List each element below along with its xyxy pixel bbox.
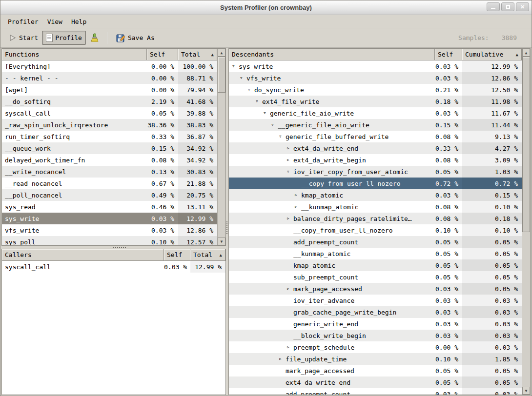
expander-open-icon[interactable]: ▿	[247, 86, 254, 93]
expander-closed-icon[interactable]: ▹	[294, 192, 301, 198]
callers-self-column-header[interactable]: Self	[164, 249, 190, 261]
tree-row[interactable]: ▹file_update_time0.10 %1.85 %	[229, 353, 522, 365]
table-row[interactable]: __write_nocancel0.13 %30.83 %	[2, 166, 217, 178]
expander-open-icon[interactable]: ▿	[232, 63, 239, 70]
toolbar-separator	[107, 32, 108, 44]
tree-row[interactable]: ▹kmap_atomic0.03 %0.15 %	[229, 189, 522, 201]
tree-row[interactable]: __copy_from_user_ll_nozero0.72 %0.72 %	[229, 178, 522, 189]
table-row[interactable]: vfs_write0.03 %12.86 %	[2, 224, 217, 236]
expander-open-icon[interactable]: ▿	[240, 75, 246, 81]
scroll-down-icon[interactable]: ▼	[218, 238, 225, 245]
tree-row[interactable]: ▿__generic_file_aio_write0.15 %11.44 %	[229, 119, 522, 131]
expander-closed-icon[interactable]: ▹	[279, 356, 286, 362]
table-row[interactable]: [Everything]0.00 %100.00 %	[2, 60, 217, 72]
table-row[interactable]: [wget]0.00 %79.94 %	[2, 84, 217, 96]
table-row[interactable]: __queue_work0.15 %34.92 %	[2, 142, 217, 154]
table-row[interactable]: - - kernel - -0.00 %88.71 %	[2, 72, 217, 84]
descendants-scrollbar[interactable]: ▲ ▼	[522, 49, 530, 395]
profile-button[interactable]: Profile	[42, 31, 86, 45]
tree-row[interactable]: generic_write_end0.03 %0.03 %	[229, 318, 522, 330]
tree-row[interactable]: ext4_da_write_end0.05 %0.05 %	[229, 376, 522, 388]
tree-row[interactable]: ▿iov_iter_copy_from_user_atomic0.05 %1.0…	[229, 166, 522, 178]
expander-closed-icon[interactable]: ▹	[294, 203, 301, 210]
tree-row[interactable]: sub_preempt_count0.05 %0.05 %	[229, 271, 522, 283]
tree-row[interactable]: ▹ext4_da_write_end0.33 %4.27 %	[229, 142, 522, 154]
tree-row[interactable]: ▿vfs_write0.03 %12.86 %	[229, 72, 522, 84]
tree-row[interactable]: ▹__kunmap_atomic0.08 %0.10 %	[229, 201, 522, 213]
table-row[interactable]: delayed_work_timer_fn0.08 %34.92 %	[2, 154, 217, 166]
functions-self-column-header[interactable]: Self	[147, 49, 178, 60]
self-percent-cell: 0.08 %	[435, 133, 462, 140]
expander-open-icon[interactable]: ▿	[286, 168, 293, 175]
tree-row[interactable]: ▹mark_page_accessed0.03 %0.05 %	[229, 283, 522, 295]
self-percent-cell: 0.33 %	[435, 145, 462, 152]
tree-row[interactable]: mark_page_accessed0.05 %0.05 %	[229, 365, 522, 376]
tree-row[interactable]: iov_iter_advance0.03 %0.03 %	[229, 295, 522, 306]
reset-button[interactable]	[86, 30, 102, 45]
scrollbar-thumb[interactable]	[522, 57, 530, 232]
descendants-cumulative-column-header[interactable]: Cumulative▲	[462, 49, 522, 60]
expander-open-icon[interactable]: ▿	[263, 110, 270, 117]
tree-row[interactable]: kmap_atomic0.05 %0.05 %	[229, 259, 522, 271]
tree-row[interactable]: ▹preempt_schedule0.00 %0.03 %	[229, 341, 522, 353]
scroll-up-icon[interactable]: ▲	[522, 49, 530, 57]
save-as-button[interactable]: Save As	[112, 31, 159, 45]
callers-column-header[interactable]: Callers	[2, 249, 164, 261]
table-row[interactable]: syscall_call0.03 %12.99 %	[2, 261, 225, 273]
expander-open-icon[interactable]: ▿	[271, 121, 278, 128]
table-row[interactable]: syscall_call0.05 %39.88 %	[2, 107, 217, 119]
table-row[interactable]: __do_softirq2.19 %41.68 %	[2, 96, 217, 107]
tree-row[interactable]: ▿ext4_file_write0.18 %11.98 %	[229, 96, 522, 107]
tree-row[interactable]: add_preempt_count0.05 %0.05 %	[229, 236, 522, 248]
maximize-button[interactable]	[501, 2, 514, 11]
expander-closed-icon[interactable]: ▹	[286, 157, 293, 163]
scroll-up-icon[interactable]: ▲	[218, 49, 225, 57]
expander-closed-icon[interactable]: ▹	[286, 215, 293, 222]
total-percent-cell: 100.00 %	[178, 60, 217, 72]
tree-row[interactable]: ▿generic_file_aio_write0.03 %11.67 %	[229, 107, 522, 119]
table-row[interactable]: sys_read0.46 %13.11 %	[2, 201, 217, 213]
titlebar[interactable]: System Profiler (on crownbay) ✕	[0, 0, 532, 15]
expander-closed-icon[interactable]: ▹	[286, 285, 293, 292]
table-row[interactable]: sys_poll0.10 %12.57 %	[2, 236, 217, 245]
functions-scrollbar[interactable]: ▲ ▼	[217, 49, 225, 245]
table-row[interactable]: __read_nocancel0.67 %21.88 %	[2, 178, 217, 189]
close-button[interactable]: ✕	[516, 2, 529, 11]
scrollbar-thumb[interactable]	[218, 57, 225, 93]
functions-column-header[interactable]: Functions	[2, 49, 147, 60]
table-row[interactable]: _raw_spin_unlock_irqrestore38.36 %38.83 …	[2, 119, 217, 131]
callers-total-column-header[interactable]: Total▲	[190, 249, 225, 261]
tree-row[interactable]: ▿generic_file_buffered_write0.08 %9.13 %	[229, 131, 522, 142]
tree-row[interactable]: __kunmap_atomic0.05 %0.05 %	[229, 248, 522, 259]
expander-open-icon[interactable]: ▿	[279, 133, 286, 140]
minimize-button[interactable]	[487, 2, 500, 11]
vertical-splitter[interactable]	[226, 48, 228, 396]
tree-row[interactable]: __block_write_begin0.03 %0.03 %	[229, 330, 522, 341]
table-row[interactable]: run_timer_softirq0.33 %36.87 %	[2, 131, 217, 142]
expander-closed-icon[interactable]: ▹	[286, 145, 293, 152]
tree-row[interactable]: ▿do_sync_write0.21 %12.50 %	[229, 84, 522, 96]
tree-row[interactable]: __copy_from_user_ll_nozero0.10 %0.10 %	[229, 224, 522, 236]
function-name-cell: ▿iov_iter_copy_from_user_atomic	[229, 168, 435, 176]
menu-profiler[interactable]: Profiler	[3, 17, 43, 27]
table-row[interactable]: __poll_nocancel0.49 %20.75 %	[2, 189, 217, 201]
tree-row[interactable]: grab_cache_page_write_begin0.03 %0.03 %	[229, 306, 522, 318]
tree-row[interactable]: ▹balance_dirty_pages_ratelimite…0.08 %0.…	[229, 213, 522, 224]
descendants-self-column-header[interactable]: Self	[435, 49, 462, 60]
functions-total-column-header[interactable]: Total▲	[178, 49, 217, 60]
scroll-down-icon[interactable]: ▼	[522, 387, 530, 395]
tree-row[interactable]: add_preempt_count0.03 %0.03 %	[229, 388, 522, 395]
expander-open-icon[interactable]: ▿	[255, 98, 262, 105]
self-percent-cell: 0.03 %	[164, 263, 190, 271]
start-button[interactable]: Start	[4, 31, 42, 45]
self-percent-cell: 0.05 %	[435, 262, 462, 269]
tree-row[interactable]: ▹ext4_da_write_begin0.08 %3.09 %	[229, 154, 522, 166]
menu-help[interactable]: Help	[67, 17, 91, 27]
horizontal-splitter[interactable]	[1, 246, 226, 249]
descendants-column-header[interactable]: Descendants	[229, 49, 435, 60]
table-row[interactable]: sys_write0.03 %12.99 %	[2, 213, 217, 224]
save-floppy-icon	[116, 34, 125, 42]
expander-closed-icon[interactable]: ▹	[286, 344, 293, 351]
tree-row[interactable]: ▿sys_write0.03 %12.99 %	[229, 60, 522, 72]
menu-view[interactable]: View	[43, 17, 67, 27]
